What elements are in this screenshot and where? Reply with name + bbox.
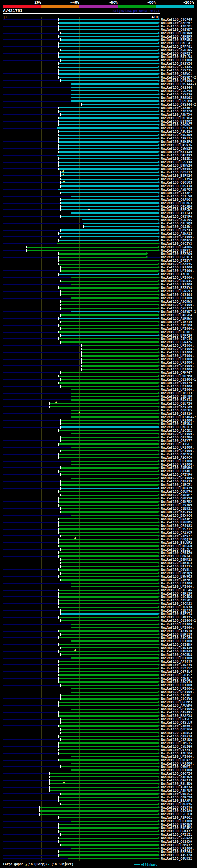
arrow-right-icon (158, 76, 160, 79)
alignment-start-tick (81, 348, 81, 350)
arrow-right-icon (158, 167, 160, 170)
hit-label[interactable]: UniRef100_Q13404-2 (161, 619, 197, 622)
alignment-start-tick (60, 171, 61, 174)
arrow-right-icon (158, 585, 160, 588)
hit-row: UniRef100_Q13404 (0, 293, 197, 297)
hit-row: UniRef100_UPI000.. (0, 626, 197, 629)
hit-label[interactable]: UniRef100_C6SZV8 (161, 89, 197, 93)
arrow-right-icon (158, 510, 160, 513)
hit-label[interactable]: UniRef100_UPI000.. (161, 626, 197, 629)
hit-label[interactable]: UniRef100_Q15819 (161, 412, 197, 415)
hit-row: UniRef100_Q9SJ44 (0, 86, 197, 89)
hit-label[interactable]: UniRef100_UPI000.. (161, 79, 197, 83)
hit-label[interactable]: UniRef100_B5X9C4 (161, 514, 197, 517)
hit-label[interactable]: UniRef100_C5E2G6 (161, 745, 197, 748)
hit-label[interactable]: UniRef100_C6TLV8 (161, 195, 197, 198)
hit-label[interactable]: UniRef100_Q9AUQ8 (161, 198, 197, 202)
arrow-right-icon (158, 538, 160, 540)
hit-label[interactable]: UniRef100_O74983 (161, 524, 197, 527)
hit-label[interactable]: UniRef100_UPI000.. (161, 297, 197, 300)
hit-label[interactable]: UniRef100_Q9SJ44 (161, 86, 197, 89)
hit-label[interactable]: UniRef100_B7FZ68 (161, 850, 197, 854)
hit-label[interactable]: UniRef100_Q13404 (161, 293, 197, 297)
alignment-bar (60, 437, 158, 438)
hit-label[interactable]: UniRef100_O97241 (161, 748, 197, 752)
alignment-start-tick (71, 409, 71, 412)
alignment-bar (71, 657, 158, 659)
hit-label[interactable]: UniRef100_Q10E03 (161, 181, 197, 184)
alignment-bar (60, 654, 158, 655)
alignment-start-tick (71, 395, 71, 398)
alignment-start-tick (59, 25, 59, 28)
hit-label[interactable]: UniRef100_C9SYT7 (161, 527, 197, 531)
hit-label[interactable]: UniRef100_Q5R6V3 (161, 289, 197, 293)
alignment-start-tick (83, 222, 84, 225)
hit-label[interactable]: UniRef100_C1MGI5 (161, 741, 197, 745)
hit-label[interactable]: UniRef100_A8XWI0 (161, 629, 197, 633)
hit-label[interactable]: UniRef100_UPI000.. (161, 623, 197, 626)
hit-label[interactable]: UniRef100_Q1E726 (161, 402, 197, 405)
hit-label[interactable]: UniRef100_B6K1I8 (161, 633, 197, 636)
alignment-bar (59, 525, 158, 526)
hit-label[interactable]: UniRef100_C5YAP7 (161, 191, 197, 195)
hit-label[interactable]: UniRef100_B5X8I8 (161, 398, 197, 402)
arrow-right-icon (158, 120, 160, 123)
hit-row: UniRef100_B9SJ18 (0, 184, 197, 188)
hit-label[interactable]: UniRef100_B6HUD5 (161, 521, 197, 524)
hit-label[interactable]: UniRef100_Q010X9 (161, 840, 197, 843)
hit-label[interactable]: UniRef100_Q5F3Z3 (161, 307, 197, 310)
alignment-start-tick (60, 833, 61, 836)
hit-label[interactable]: UniRef100_Q386I0 (161, 735, 197, 738)
alignment-bar (81, 348, 158, 350)
arrow-right-icon (158, 782, 160, 785)
hit-label[interactable]: UniRef100_A8QKW3 (161, 300, 197, 303)
hit-label[interactable]: UniRef100_Q4UD32 (161, 857, 197, 860)
hit-label[interactable]: UniRef100_Q9SVD7-2 (161, 76, 197, 79)
hit-label[interactable]: UniRef100_B0X4M7 (161, 517, 197, 521)
hit-label[interactable]: UniRef100_C1BKC3 (161, 731, 197, 735)
alignment-start-tick (59, 134, 59, 136)
hit-label[interactable]: UniRef100_C6SWG1 (161, 72, 197, 75)
hit-label[interactable]: UniRef100_B8C4V8 (161, 510, 197, 514)
arrow-right-icon (158, 480, 160, 483)
alignment-start-tick (60, 327, 61, 330)
hit-label[interactable]: UniRef100_UPI000.. (161, 303, 197, 307)
alignment-bar (59, 331, 158, 333)
alignment-start-tick (59, 164, 59, 167)
hit-label[interactable]: UniRef100_UPI000.. (161, 419, 197, 422)
alignment-bar (59, 630, 158, 631)
alignment-bar (50, 790, 158, 791)
hit-label[interactable]: UniRef100_Q6PEH5 (161, 409, 197, 412)
alignment-bar (59, 77, 158, 78)
hit-label[interactable]: UniRef100_A5B7Q8 (161, 188, 197, 191)
hit-row: UniRef100_Q9SJ44-3 (0, 83, 197, 86)
hit-label[interactable]: UniRef100_B2VTA9 (161, 405, 197, 409)
alignment-bar (60, 229, 158, 230)
hit-label[interactable]: UniRef100_Q9SJ44-3 (161, 83, 197, 86)
alignment-start-tick (60, 534, 61, 537)
alignment-start-tick (81, 368, 81, 371)
hit-row: UniRef100_Q9SVD7-3 (0, 310, 197, 313)
hit-label[interactable]: UniRef100_Q9SVD7-3 (161, 310, 197, 313)
alignment-start-tick (60, 613, 61, 615)
hit-label[interactable]: UniRef100_C5LN23 (161, 836, 197, 840)
hit-label[interactable]: UniRef100_A4S328 (161, 854, 197, 857)
hit-label[interactable]: UniRef100_B9SJ18 (161, 184, 197, 188)
alignment-bar (60, 834, 158, 835)
gap-in-query-icon (63, 173, 64, 175)
hit-label[interactable]: UniRef100_Q13404-7 (161, 415, 197, 419)
hit-label[interactable]: UniRef100_UPI000.. (161, 847, 197, 850)
hit-label[interactable]: UniRef100_Q2MK72 (161, 843, 197, 847)
alignment-bar (59, 63, 158, 64)
alignment-start-tick (59, 674, 59, 677)
alignment-start-tick (71, 514, 71, 517)
alignment-bar (50, 783, 158, 784)
hit-label[interactable]: UniRef100_Q6FS64 (161, 727, 197, 731)
hit-row: UniRef100_C5LN23 (0, 836, 197, 840)
arrow-right-icon (158, 742, 160, 744)
arrow-right-icon (158, 460, 160, 462)
alignment-start-tick (59, 680, 59, 683)
hit-label[interactable]: UniRef100_C3Z1D0 (161, 738, 197, 741)
arrow-right-icon (158, 314, 160, 316)
hit-label[interactable]: UniRef100_A3GI69 (161, 636, 197, 640)
